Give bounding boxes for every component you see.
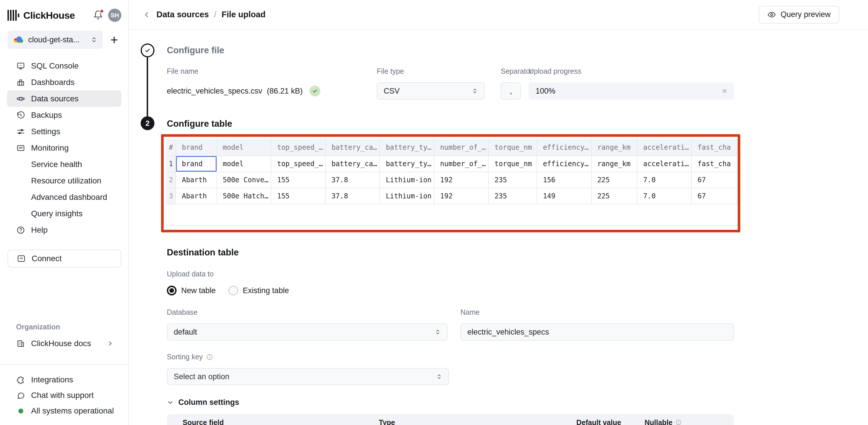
chat-bubble-icon (16, 391, 25, 400)
preview-cell[interactable]: 37.8 (325, 172, 380, 188)
sidebar-item-help[interactable]: Help (7, 222, 121, 238)
preview-cell[interactable]: Lithium-ion (380, 188, 434, 204)
chevron-left-icon (143, 11, 150, 19)
configure-table-body: Configure table #brandmodeltop_speed_…ba… (167, 116, 740, 232)
sidebar-item-clickhouse-docs[interactable]: ClickHouse docs (7, 335, 121, 351)
separator-input[interactable]: , (501, 82, 521, 100)
preview-cell[interactable]: 7.0 (637, 172, 691, 188)
preview-cell[interactable]: 67 (691, 172, 737, 188)
preview-cell[interactable]: model (217, 156, 271, 172)
preview-cell[interactable]: 37.8 (325, 188, 380, 204)
sidebar-item-system-status[interactable]: All systems operational (7, 403, 121, 419)
avatar[interactable]: SH (108, 9, 121, 22)
upload-clear-icon[interactable]: × (722, 87, 727, 95)
database-group: Database default (167, 308, 447, 341)
preview-cell[interactable]: 235 (488, 172, 537, 188)
preview-cell[interactable]: brand (176, 156, 217, 172)
preview-cell[interactable]: fast_cha (691, 156, 737, 172)
preview-cell[interactable]: top_speed_… (271, 156, 325, 172)
radio-new-table[interactable]: New table (167, 286, 216, 295)
sidebar-item-advanced-dashboard[interactable]: Advanced dashboard (7, 189, 121, 205)
file-size: (86.21 kB) (267, 87, 303, 95)
default-value-header: Default value (561, 418, 634, 425)
settings-sliders-icon (16, 127, 25, 136)
sidebar-item-query-insights[interactable]: Query insights (7, 205, 121, 222)
radio-existing-table[interactable]: Existing table (228, 286, 289, 295)
destination-title: Destination table (167, 246, 734, 259)
column-settings-table: Source field Type Default value Nullable… (167, 414, 734, 425)
preview-cell[interactable]: 155 (271, 172, 325, 188)
breadcrumb-parent[interactable]: Data sources (156, 10, 209, 19)
preview-cell[interactable]: 7.0 (637, 188, 691, 204)
service-name: cloud-get-sta... (28, 35, 80, 44)
configure-table-title: Configure table (167, 117, 740, 131)
sidebar-item-sql-console[interactable]: SQL Console (7, 58, 121, 74)
row-number-cell: 1 (166, 156, 176, 172)
preview-cell[interactable]: 192 (434, 172, 488, 188)
logo-row: ClickHouse SH (0, 0, 128, 22)
sidebar-nav: SQL Console Dashboards Data sources Back… (0, 58, 128, 238)
sidebar-item-data-sources[interactable]: Data sources (7, 90, 121, 107)
preview-cell[interactable]: efficiency… (537, 156, 591, 172)
preview-cell[interactable]: torque_nm (488, 156, 537, 172)
preview-row: 2Abarth500e Conve…15537.8Lithium-ion1922… (166, 172, 737, 188)
table-name-label: Name (461, 308, 734, 316)
sidebar-item-backups[interactable]: Backups (7, 107, 121, 123)
sidebar-item-chat-support[interactable]: Chat with support (7, 388, 121, 403)
sorting-key-select[interactable]: Select an option (167, 368, 449, 385)
preview-cell[interactable]: Abarth (176, 172, 217, 188)
preview-cell[interactable]: 156 (537, 172, 591, 188)
preview-cell[interactable]: 149 (537, 188, 591, 204)
preview-cell[interactable]: Lithium-ion (380, 172, 434, 188)
file-name-value-row: electric_vehicles_specs.csv (86.21 kB) (167, 82, 377, 100)
sidebar-item-settings[interactable]: Settings (7, 123, 121, 140)
file-upload-success-badge (309, 86, 320, 96)
info-icon (206, 353, 213, 361)
column-settings-header: Source field Type Default value Nullable (167, 414, 734, 425)
destination-table-section: Destination table Upload data to New tab… (167, 246, 734, 425)
preview-cell[interactable]: 225 (591, 172, 637, 188)
preview-cell[interactable]: 235 (488, 188, 537, 204)
chevron-right-icon (107, 340, 113, 347)
radio-unselected-icon (228, 286, 238, 295)
preview-column-header: model (217, 139, 271, 156)
preview-row: 3Abarth500e Hatch…15537.8Lithium-ion1922… (166, 188, 737, 204)
notifications-bell-icon[interactable] (93, 10, 103, 21)
column-settings-toggle[interactable]: Column settings (167, 398, 734, 407)
service-selector[interactable]: cloud-get-sta... (7, 30, 103, 49)
preview-column-header: accelerati… (637, 139, 691, 156)
preview-cell[interactable]: 192 (434, 188, 488, 204)
nullable-header: Nullable (634, 418, 682, 425)
preview-cell[interactable]: range_km (591, 156, 637, 172)
preview-cell[interactable]: battery_ty… (380, 156, 434, 172)
sidebar-item-label: Advanced dashboard (31, 193, 107, 202)
connect-button[interactable]: Connect (7, 250, 121, 267)
sidebar-item-integrations[interactable]: Integrations (7, 372, 121, 388)
query-preview-button[interactable]: Query preview (759, 6, 839, 24)
preview-cell[interactable]: Abarth (176, 188, 217, 204)
back-button[interactable] (141, 8, 153, 21)
chevron-updown-icon (435, 329, 441, 335)
file-type-select[interactable]: CSV (377, 82, 485, 100)
sidebar-item-label: Query insights (31, 209, 83, 218)
add-service-button[interactable]: + (107, 33, 121, 46)
preview-cell[interactable]: 67 (691, 188, 737, 204)
preview-cell[interactable]: number_of_… (434, 156, 488, 172)
connect-label: Connect (32, 254, 62, 263)
sidebar-item-resource-utilization[interactable]: Resource utilization (7, 172, 121, 189)
sql-console-icon (16, 61, 25, 70)
sidebar-item-service-health[interactable]: Service health (7, 156, 121, 172)
preview-column-header: battery_ca… (325, 139, 380, 156)
preview-cell[interactable]: battery_ca… (325, 156, 380, 172)
preview-cell[interactable]: 500e Hatch… (217, 188, 271, 204)
preview-cell[interactable]: accelerati… (637, 156, 691, 172)
sidebar-item-dashboards[interactable]: Dashboards (7, 74, 121, 90)
preview-cell[interactable]: 155 (271, 188, 325, 204)
table-name-input[interactable] (461, 323, 734, 341)
sidebar-item-monitoring[interactable]: Monitoring (7, 140, 121, 156)
preview-cell[interactable]: 225 (591, 188, 637, 204)
preview-table: #brandmodeltop_speed_…battery_ca…battery… (166, 139, 738, 204)
step1-check-circle (141, 44, 154, 57)
database-select[interactable]: default (167, 323, 447, 341)
preview-cell[interactable]: 500e Conve… (217, 172, 271, 188)
